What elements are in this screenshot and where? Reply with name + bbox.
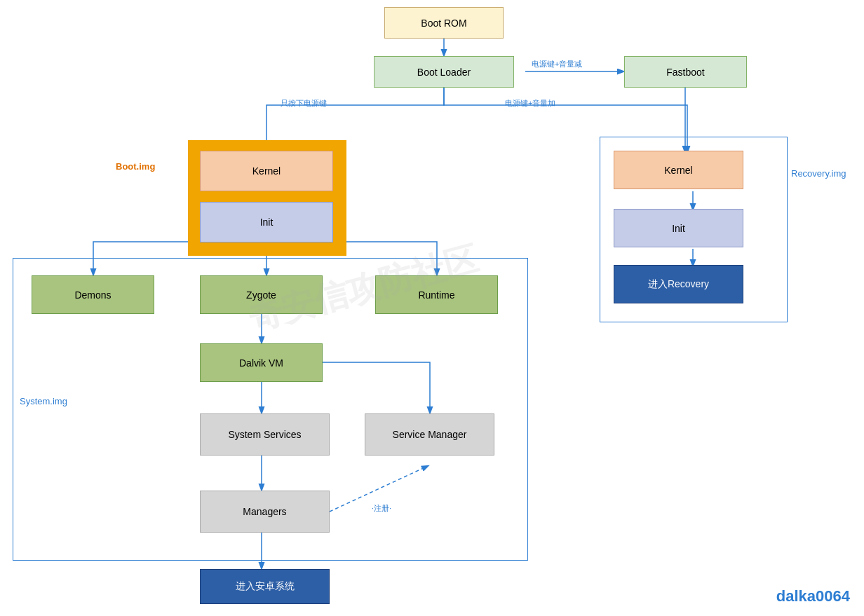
- boot-rom-box: Boot ROM: [384, 7, 504, 39]
- kernel-left-label: Kernel: [252, 165, 281, 177]
- fastboot-label: Fastboot: [666, 67, 704, 78]
- label-only-power: 只按下电源键: [281, 98, 327, 109]
- diagram: { "title": "Android Boot Diagram", "node…: [0, 0, 864, 616]
- enter-recovery-label: 进入Recovery: [648, 278, 709, 291]
- demons-box: Demons: [32, 275, 154, 314]
- enter-android-label: 进入安卓系统: [236, 580, 295, 593]
- kernel-right-label: Kernel: [664, 165, 692, 176]
- label-power-vol-down: 电源键+音量减: [532, 59, 582, 69]
- fastboot-box: Fastboot: [624, 56, 747, 88]
- managers-label: Managers: [243, 506, 286, 517]
- managers-box: Managers: [200, 491, 330, 533]
- service-manager-box: Service Manager: [365, 413, 494, 456]
- init-right-label: Init: [672, 223, 685, 234]
- zygote-label: Zygote: [246, 289, 276, 301]
- runtime-box: Runtime: [375, 275, 498, 314]
- boot-img-label: Boot.img: [116, 161, 155, 172]
- recovery-img-label: Recovery.img: [791, 168, 846, 179]
- dalvik-vm-label: Dalvik VM: [239, 357, 283, 369]
- service-manager-label: Service Manager: [393, 429, 467, 440]
- boot-loader-box: Boot Loader: [374, 56, 514, 88]
- dalvik-vm-box: Dalvik VM: [200, 343, 323, 382]
- label-power-vol-up: 电源键+音量加: [505, 98, 555, 109]
- kernel-left-box: Kernel: [200, 151, 333, 191]
- system-services-label: System Services: [228, 429, 301, 440]
- boot-rom-label: Boot ROM: [421, 18, 466, 29]
- zygote-box: Zygote: [200, 275, 323, 314]
- demons-label: Demons: [74, 289, 111, 301]
- system-img-label: System.img: [20, 396, 67, 406]
- runtime-label: Runtime: [418, 289, 454, 301]
- enter-android-box: 进入安卓系统: [200, 569, 330, 604]
- boot-loader-label: Boot Loader: [417, 67, 471, 78]
- kernel-right-box: Kernel: [614, 151, 743, 189]
- label-register: ·注册·: [372, 503, 391, 514]
- enter-recovery-box: 进入Recovery: [614, 265, 743, 303]
- init-left-box: Init: [200, 202, 333, 242]
- corner-text: dalka0064: [776, 587, 850, 605]
- init-left-label: Init: [260, 217, 274, 228]
- init-right-box: Init: [614, 209, 743, 247]
- system-services-box: System Services: [200, 413, 330, 456]
